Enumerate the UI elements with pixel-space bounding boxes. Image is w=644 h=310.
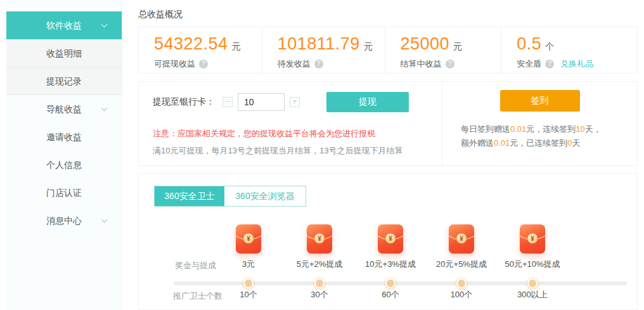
promotion-card: 360安全卫士 360安全浏览器 奖金与提成 推广卫士个数 ¥ ¥: [138, 173, 638, 310]
sidebar-item-withdraw-records[interactable]: 提现记录: [6, 67, 122, 95]
bonus-row-label: 奖金与提成: [175, 260, 216, 271]
withdraw-rules: 满10元可提现，每月13号之前提现当月结算，13号之后提现下月结算: [153, 145, 442, 157]
coin-icon: ¥: [527, 233, 538, 244]
sidebar-item-label: 消息中心: [46, 216, 82, 226]
milestone-dot: [456, 278, 467, 288]
tier-bonus-label: 20元+5%提成: [426, 259, 497, 270]
tier-count-label: 30个: [284, 289, 355, 300]
stat-unit: 个: [545, 41, 554, 51]
red-envelope-icon: ¥: [307, 224, 332, 254]
stat-label: 可提现收益: [154, 58, 195, 70]
stat-pending-earnings: 101811.79元 待发收益 ?: [262, 27, 385, 73]
stat-label: 待发收益: [278, 58, 311, 70]
sidebar-item-label: 提现记录: [46, 76, 82, 86]
redeem-gift-link[interactable]: 兑换礼品: [560, 58, 593, 70]
sidebar: 软件收益 收益明细 提现记录 导航收益 邀请收益 个人信息 门店认证 消息中心: [6, 0, 122, 310]
plus-button[interactable]: +: [290, 97, 300, 107]
tier-bonus-label: 3元: [213, 259, 284, 270]
help-icon[interactable]: ?: [199, 60, 208, 68]
milestone-track: [174, 281, 627, 285]
tier-envelope: ¥: [497, 224, 568, 254]
page-title: 总收益概况: [138, 9, 183, 20]
sidebar-item-label: 收益明细: [46, 48, 82, 58]
stat-label: 安全盾: [517, 58, 541, 70]
amount-stepper: − +: [222, 93, 300, 111]
withdraw-section: 提现至银行卡： − + 提现 注意：应国家相关规定，您的提现收益平台将会为您进行…: [139, 82, 442, 165]
tier-bonus-label: 50元+10%提成: [497, 259, 568, 270]
sidebar-item-label: 门店认证: [46, 188, 82, 198]
sidebar-item-message-center[interactable]: 消息中心: [6, 207, 122, 235]
withdraw-target-label: 提现至银行卡：: [153, 96, 215, 108]
stat-unit: 元: [453, 41, 462, 51]
main-content: 总收益概况 54322.54元 可提现收益 ? 101811.79元 待发收益 …: [138, 0, 638, 310]
sidebar-item-earnings-detail[interactable]: 收益明细: [6, 39, 122, 67]
chevron-down-icon: [101, 105, 108, 112]
chevron-down-icon: [101, 217, 108, 223]
milestone-dot: [243, 278, 254, 288]
tier-bonus-label: 5元+2%提成: [284, 259, 355, 270]
tier-count-label: 100个: [426, 289, 497, 300]
red-envelope-icon: ¥: [520, 224, 545, 254]
sidebar-item-label: 邀请收益: [46, 132, 82, 142]
tier-count-label: 300以上: [497, 289, 568, 300]
signin-line-1: 每日签到赠送0.01元，连续签到10天，: [461, 122, 637, 136]
tier-envelope: ¥: [426, 224, 497, 254]
sidebar-item-invite-earnings[interactable]: 邀请收益: [6, 123, 122, 151]
coin-icon: ¥: [314, 233, 325, 244]
sidebar-item-software-earnings[interactable]: 软件收益: [6, 11, 122, 39]
signin-button[interactable]: 签到: [500, 90, 580, 112]
tier-bonus-label: 10元+3%提成: [355, 259, 426, 270]
coin-icon: ¥: [243, 233, 254, 244]
red-envelope-icon: ¥: [378, 224, 403, 254]
stat-withdrawable-earnings: 54322.54元 可提现收益 ?: [139, 27, 262, 73]
stat-value: 25000: [401, 34, 450, 53]
earnings-dashboard: 软件收益 收益明细 提现记录 导航收益 邀请收益 个人信息 门店认证 消息中心 …: [0, 0, 644, 310]
tier-envelope: ¥: [213, 224, 284, 254]
tax-notice: 注意：应国家相关规定，您的提现收益平台将会为您进行报税: [153, 128, 442, 139]
minus-button[interactable]: −: [222, 97, 233, 107]
stat-settling-earnings: 25000元 结算中收益 ?: [385, 27, 501, 73]
tier-envelope: ¥: [355, 224, 426, 254]
tier-count-label: 60个: [355, 289, 426, 300]
milestone-dot: [527, 278, 538, 288]
signin-line-2: 额外赠送0.01元，已连续签到0天: [461, 136, 637, 150]
sidebar-item-store-certification[interactable]: 门店认证: [6, 179, 122, 207]
chevron-down-icon: [101, 22, 108, 28]
signin-description: 每日签到赠送0.01元，连续签到10天， 额外赠送0.01元，已连续签到0天: [461, 122, 637, 150]
stat-security-shield: 0.5个 安全盾 ? 兑换礼品: [501, 27, 637, 73]
stat-value: 0.5: [517, 34, 541, 53]
milestone-dot: [314, 278, 325, 288]
tier-envelope: ¥: [284, 224, 355, 254]
stat-unit: 元: [364, 41, 373, 51]
sidebar-item-personal-info[interactable]: 个人信息: [6, 151, 122, 179]
help-icon[interactable]: ?: [446, 60, 454, 68]
withdraw-amount-input[interactable]: [238, 93, 285, 111]
withdraw-signin-card: 提现至银行卡： − + 提现 注意：应国家相关规定，您的提现收益平台将会为您进行…: [138, 81, 638, 166]
total-earnings-card: 54322.54元 可提现收益 ? 101811.79元 待发收益 ? 2500…: [138, 27, 638, 74]
signin-section: 签到 每日签到赠送0.01元，连续签到10天， 额外赠送0.01元，已连续签到0…: [442, 82, 637, 165]
stat-label: 结算中收益: [401, 58, 442, 70]
sidebar-item-label: 导航收益: [46, 104, 82, 114]
tab-360-safeguard[interactable]: 360安全卫士: [155, 186, 224, 206]
tab-360-browser[interactable]: 360安全浏览器: [224, 186, 306, 206]
milestone-dot: [385, 278, 396, 288]
sidebar-item-label: 软件收益: [46, 20, 82, 30]
sidebar-item-nav-earnings[interactable]: 导航收益: [6, 95, 122, 123]
stat-value: 54322.54: [154, 34, 228, 53]
red-envelope-icon: ¥: [236, 224, 261, 254]
red-envelope-icon: ¥: [449, 224, 474, 254]
coin-icon: ¥: [456, 233, 467, 244]
help-icon[interactable]: ?: [314, 60, 323, 68]
stat-unit: 元: [232, 41, 241, 51]
coin-icon: ¥: [385, 233, 396, 244]
sidebar-item-label: 个人信息: [46, 160, 82, 170]
withdraw-button[interactable]: 提现: [326, 92, 409, 112]
tier-count-label: 10个: [213, 289, 284, 300]
help-icon[interactable]: ?: [545, 60, 554, 68]
stat-value: 101811.79: [278, 34, 360, 53]
product-tabs: 360安全卫士 360安全浏览器: [154, 186, 306, 207]
